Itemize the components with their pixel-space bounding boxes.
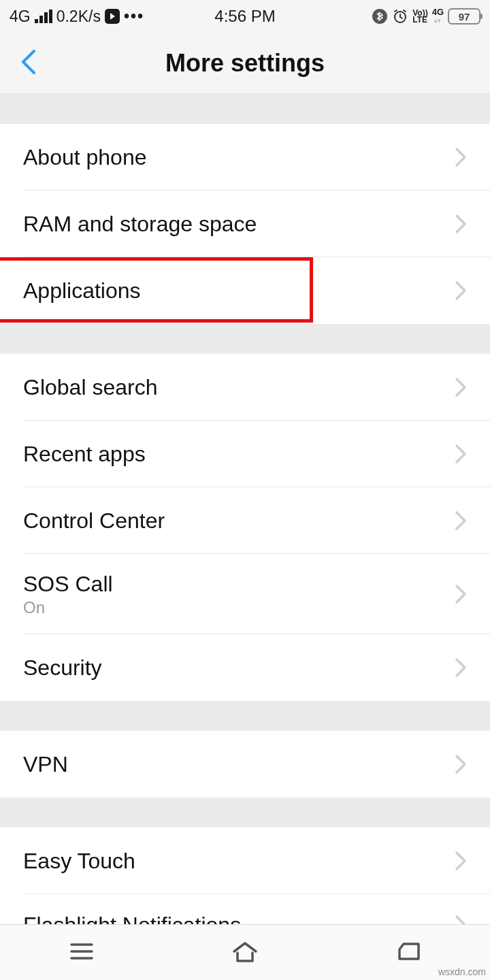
row-label: About phone — [23, 145, 147, 170]
chevron-right-icon — [455, 510, 467, 531]
row-label: VPN — [23, 752, 68, 777]
home-icon — [231, 939, 259, 964]
clock: 4:56 PM — [214, 7, 275, 26]
row-easy-touch[interactable]: Easy Touch — [0, 828, 490, 894]
row-sos-call[interactable]: SOS Call On — [0, 554, 490, 634]
row-security[interactable]: Security — [0, 634, 490, 701]
section-gap — [0, 94, 490, 124]
row-label: Easy Touch — [23, 849, 135, 874]
chevron-right-icon — [455, 147, 467, 167]
bluetooth-icon — [372, 8, 388, 24]
status-right: Vo))LTE 4G▴▾ 97 — [372, 8, 480, 24]
section-gap — [0, 798, 490, 828]
chevron-right-icon — [455, 657, 467, 678]
data-speed: 0.2K/s — [56, 7, 101, 26]
row-label: Recent apps — [23, 442, 146, 467]
row-control-center[interactable]: Control Center — [0, 487, 490, 554]
status-left: 4G 0.2K/s ••• — [10, 7, 144, 26]
section-gap — [0, 324, 490, 354]
menu-icon — [67, 939, 96, 964]
back-nav-button[interactable] — [394, 939, 423, 966]
chevron-right-icon — [455, 584, 467, 604]
row-label: Global search — [23, 375, 157, 400]
play-store-icon — [105, 9, 120, 24]
chevron-right-icon — [455, 851, 467, 871]
row-global-search[interactable]: Global search — [0, 354, 490, 421]
row-label: Security — [23, 655, 102, 681]
chevron-right-icon — [455, 214, 467, 234]
back-button[interactable] — [0, 48, 46, 78]
row-label: SOS Call — [23, 572, 113, 597]
back-icon — [394, 939, 423, 964]
row-ram-storage[interactable]: RAM and storage space — [0, 191, 490, 257]
volte-icon: Vo))LTE — [412, 10, 427, 23]
row-label: Control Center — [23, 508, 165, 534]
status-bar: 4G 0.2K/s ••• 4:56 PM Vo))LTE 4G▴▾ 97 — [0, 0, 490, 33]
signal-icon — [35, 10, 52, 23]
section-gap — [0, 701, 490, 731]
settings-group-3: VPN — [0, 731, 490, 798]
battery-icon: 97 — [448, 8, 480, 24]
row-sublabel: On — [23, 598, 113, 617]
settings-group-2: Global search Recent apps Control Center… — [0, 354, 490, 701]
recent-apps-button[interactable] — [67, 939, 96, 966]
chevron-left-icon — [19, 48, 39, 76]
chevron-right-icon — [455, 754, 467, 774]
page-title: More settings — [165, 49, 325, 78]
chevron-right-icon — [455, 280, 467, 301]
row-vpn[interactable]: VPN — [0, 731, 490, 798]
navigation-bar — [0, 924, 490, 980]
chevron-right-icon — [455, 444, 467, 464]
app-header: More settings — [0, 33, 490, 94]
alarm-icon — [392, 8, 408, 24]
row-label: Applications — [23, 278, 141, 304]
row-about-phone[interactable]: About phone — [0, 124, 490, 191]
home-button[interactable] — [231, 939, 259, 966]
more-notifications-icon: ••• — [124, 7, 144, 26]
network-type: 4G — [10, 7, 31, 26]
chevron-right-icon — [455, 377, 467, 397]
row-label: RAM and storage space — [23, 212, 257, 237]
watermark: wsxdn.com — [438, 966, 486, 977]
row-recent-apps[interactable]: Recent apps — [0, 421, 490, 487]
settings-group-1: About phone RAM and storage space Applic… — [0, 124, 490, 324]
mobile-data-icon: 4G▴▾ — [432, 8, 444, 24]
row-applications[interactable]: Applications — [0, 257, 490, 324]
